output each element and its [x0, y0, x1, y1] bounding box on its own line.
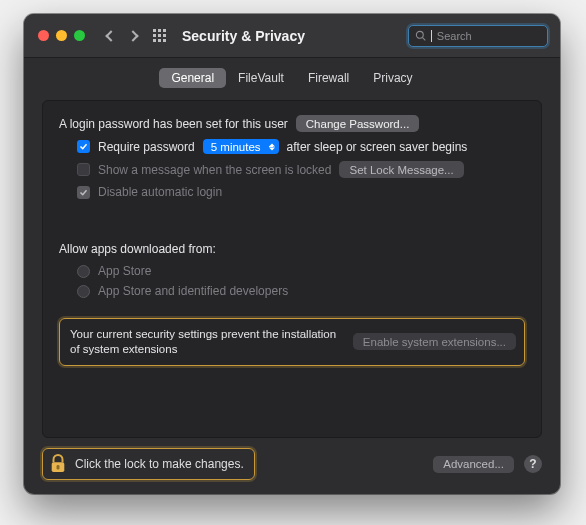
login-password-row: A login password has been set for this u…: [59, 115, 525, 132]
disable-auto-login-label: Disable automatic login: [98, 185, 222, 199]
require-password-delay-value: 5 minutes: [211, 141, 261, 153]
zoom-window-button[interactable]: [74, 30, 85, 41]
require-password-label-pre: Require password: [98, 140, 195, 154]
toolbar: Security & Privacy: [24, 14, 560, 58]
nav-arrows: [107, 32, 137, 40]
general-panel: A login password has been set for this u…: [42, 100, 542, 438]
svg-rect-3: [57, 465, 60, 470]
lock-label: Click the lock to make changes.: [75, 457, 244, 471]
download-identified-row: App Store and identified developers: [77, 284, 525, 298]
text-caret: [431, 30, 432, 42]
download-appstore-row: App Store: [77, 264, 525, 278]
download-appstore-radio[interactable]: [77, 265, 90, 278]
show-all-icon[interactable]: [153, 29, 166, 42]
disable-auto-login-row: Disable automatic login: [77, 185, 525, 199]
lock-icon: [49, 453, 67, 475]
preferences-window: Security & Privacy General FileVault Fir…: [24, 14, 560, 494]
check-icon: [79, 142, 88, 151]
download-identified-label: App Store and identified developers: [98, 284, 288, 298]
tab-general[interactable]: General: [159, 68, 226, 88]
set-lock-message-button[interactable]: Set Lock Message...: [339, 161, 463, 178]
forward-button[interactable]: [127, 30, 138, 41]
download-identified-radio[interactable]: [77, 285, 90, 298]
require-password-checkbox[interactable]: [77, 140, 90, 153]
search-icon: [415, 30, 426, 41]
svg-point-0: [416, 31, 423, 38]
check-icon: [79, 188, 88, 197]
stepper-arrows-icon: [269, 143, 275, 150]
advanced-button[interactable]: Advanced...: [433, 456, 514, 473]
help-button[interactable]: ?: [524, 455, 542, 473]
change-password-button[interactable]: Change Password...: [296, 115, 420, 132]
tab-firewall[interactable]: Firewall: [296, 68, 361, 88]
footer: Click the lock to make changes. Advanced…: [24, 438, 560, 494]
download-appstore-label: App Store: [98, 264, 151, 278]
show-message-checkbox[interactable]: [77, 163, 90, 176]
lock-region[interactable]: Click the lock to make changes.: [42, 448, 255, 480]
close-window-button[interactable]: [38, 30, 49, 41]
search-input[interactable]: [437, 30, 541, 42]
traffic-lights: [38, 30, 85, 41]
minimize-window-button[interactable]: [56, 30, 67, 41]
system-extensions-row: Your current security settings prevent t…: [59, 318, 525, 366]
tab-filevault[interactable]: FileVault: [226, 68, 296, 88]
require-password-label-post: after sleep or screen saver begins: [287, 140, 468, 154]
window-title: Security & Privacy: [182, 28, 305, 44]
require-password-delay-select[interactable]: 5 minutes: [203, 139, 279, 154]
back-button[interactable]: [105, 30, 116, 41]
login-password-text: A login password has been set for this u…: [59, 117, 288, 131]
disable-auto-login-checkbox[interactable]: [77, 186, 90, 199]
svg-line-1: [423, 38, 426, 41]
system-extensions-text: Your current security settings prevent t…: [70, 327, 341, 357]
tab-bar: General FileVault Firewall Privacy: [24, 58, 560, 96]
require-password-row: Require password 5 minutes after sleep o…: [77, 139, 525, 154]
download-section-header: Allow apps downloaded from:: [59, 242, 525, 256]
show-message-row: Show a message when the screen is locked…: [77, 161, 525, 178]
tab-privacy[interactable]: Privacy: [361, 68, 424, 88]
enable-system-extensions-button[interactable]: Enable system extensions...: [353, 333, 516, 350]
search-field[interactable]: [408, 25, 548, 47]
show-message-label: Show a message when the screen is locked: [98, 163, 331, 177]
